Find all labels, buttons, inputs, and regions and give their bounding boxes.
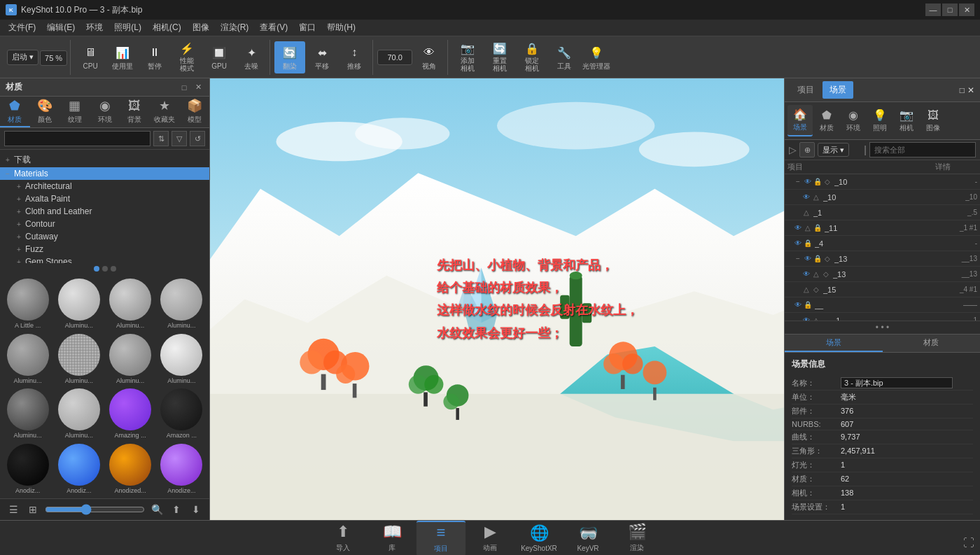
size-slider[interactable] [45, 504, 145, 515]
collapse-dots[interactable]: • • • [876, 323, 889, 332]
mat-item-12[interactable]: Anodiz... [3, 442, 52, 496]
maximize-button[interactable]: □ [942, 3, 958, 16]
close-button[interactable]: ✕ [959, 3, 974, 16]
menu-help[interactable]: 帮助(H) [321, 20, 361, 35]
pause-btn[interactable]: ⏸ 暂停 [139, 41, 170, 73]
tab-material[interactable]: ⬟ 材质 [0, 97, 30, 127]
dot-1[interactable] [94, 266, 99, 272]
mat-item-0[interactable]: A Little ... [3, 277, 52, 331]
scene-icon-tab-env[interactable]: ◉ 环境 [841, 105, 866, 136]
scene-icon-tab-camera[interactable]: 📷 相机 [894, 105, 919, 136]
search-filter-btn[interactable]: ▽ [172, 131, 187, 146]
display-dropdown[interactable]: 显示 ▾ [818, 143, 849, 157]
mat-item-4[interactable]: Aluminu... [3, 332, 52, 386]
scene-tab[interactable]: 场景 [822, 81, 853, 99]
view-btn[interactable]: 👁 视角 [414, 41, 444, 73]
zoom-dropdown[interactable]: 75 % [40, 50, 67, 66]
tree-item-architectural[interactable]: + Architectural [0, 180, 209, 192]
scene-icon-tab-scene[interactable]: 🏠 场景 [788, 105, 813, 136]
tree-item-materials[interactable]: − Materials [0, 167, 209, 180]
scene-icon-tab-image[interactable]: 🖼 图像 [920, 105, 946, 136]
search-sort-btn[interactable]: ⇅ [153, 131, 169, 146]
scene-row-5[interactable]: − 👁 🔒 ◇ _13 __13 [785, 251, 980, 267]
dot-3[interactable] [111, 266, 116, 272]
scene-row-9[interactable]: 👁 △ ___1 ___1 [785, 313, 980, 321]
mat-item-11[interactable]: Amazon ... [157, 387, 206, 441]
tree-item-cutaway[interactable]: + Cutaway [0, 230, 209, 243]
reset-cam-btn[interactable]: 🔄 重置相机 [484, 41, 515, 73]
menu-camera[interactable]: 相机(C) [147, 20, 187, 35]
panel-download-btn[interactable]: ⬇ [188, 502, 204, 517]
menu-edit[interactable]: 编辑(E) [41, 20, 80, 35]
scene-row-4[interactable]: 👁 🔒 _4 - [785, 236, 980, 251]
tab-environment[interactable]: ◉ 环境 [90, 97, 120, 127]
bottom-btn-import[interactable]: ⬆ 导入 [318, 521, 368, 556]
menu-view[interactable]: 查看(V) [254, 20, 293, 35]
tab-color[interactable]: 🎨 颜色 [30, 97, 60, 127]
tree-item-download[interactable]: + 下载 [0, 153, 209, 167]
search-refresh-btn[interactable]: ↺ [190, 131, 205, 146]
scene-filter-btn[interactable]: ⊕ [799, 142, 815, 157]
cpu-btn[interactable]: 🖥 CPU [75, 41, 106, 73]
menu-render[interactable]: 渲染(R) [215, 20, 255, 35]
scene-row-1[interactable]: 👁 △ _10 _10 [785, 190, 980, 205]
mat-item-10[interactable]: Amazing ... [106, 387, 155, 441]
mat-item-8[interactable]: Aluminu... [3, 387, 52, 441]
minimize-button[interactable]: — [925, 3, 941, 16]
right-float-btn[interactable]: □ [960, 85, 965, 95]
panel-close-btn[interactable]: ✕ [192, 82, 204, 93]
mat-item-14[interactable]: Anodized... [106, 442, 155, 496]
scene-row-0[interactable]: − 👁 🔒 ◇ _10 - [785, 174, 980, 190]
bottom-btn-render[interactable]: 🎬 渲染 [612, 521, 662, 556]
tree-item-axalta[interactable]: + Axalta Paint [0, 192, 209, 205]
panel-list-view-btn[interactable]: ☰ [6, 502, 21, 517]
scene-expand-btn[interactable]: ▷ [789, 144, 797, 155]
bottom-btn-keyvr[interactable]: 🥽 KeyVR [564, 521, 612, 556]
panel-grid-view-btn[interactable]: ⊞ [25, 502, 41, 517]
tree-item-cloth[interactable]: + Cloth and Leather [0, 205, 209, 218]
render-btn[interactable]: 🔄 翻染 [274, 41, 305, 73]
tree-item-contour[interactable]: + Contour [0, 218, 209, 230]
scene-row-2[interactable]: △ _1 _.5 [785, 205, 980, 220]
light-mgr-btn[interactable]: 💡 光管理器 [581, 41, 612, 73]
mat-item-13[interactable]: Anodiz... [54, 442, 104, 496]
scene-name-input[interactable] [841, 377, 953, 388]
bottom-btn-animation[interactable]: ▶ 动画 [465, 521, 514, 556]
start-dropdown[interactable]: 启动 ▾ [7, 50, 38, 65]
menu-image[interactable]: 图像 [187, 20, 215, 35]
panel-upload-btn[interactable]: ⬆ [169, 502, 184, 517]
mat-item-15[interactable]: Anodize... [157, 442, 206, 496]
menu-window[interactable]: 窗口 [293, 20, 321, 35]
mat-item-5[interactable]: Aluminu... [54, 332, 104, 386]
tree-item-gemstones[interactable]: + Gem Stones [0, 255, 209, 263]
scene-row-7[interactable]: △ ◇ _15 _4 #1 [785, 282, 980, 297]
viewport[interactable]: 先把山、小植物、背景和产品， 给个基础的材质效果， 这样做水纹的时候会反射在水纹… [210, 78, 784, 520]
scene-icon-tab-material[interactable]: ⬟ 材质 [814, 105, 839, 136]
add-cam-btn[interactable]: 📷 添加相机 [452, 41, 483, 73]
fullscreen-btn[interactable]: ⛶ [963, 537, 974, 549]
denoise-btn[interactable]: ✦ 去噪 [236, 41, 267, 73]
panel-float-btn[interactable]: □ [178, 82, 190, 93]
gpu-btn[interactable]: 🔲 GPU [204, 41, 234, 73]
mat-item-1[interactable]: Aluminu... [54, 277, 104, 331]
nudge-btn[interactable]: ↕ 推移 [339, 41, 370, 73]
mat-item-7[interactable]: Aluminu... [157, 332, 206, 386]
dot-2[interactable] [102, 266, 108, 272]
scene-row-6[interactable]: 👁 △ ◇ _13 __13 [785, 267, 980, 282]
menu-file[interactable]: 文件(F) [3, 20, 41, 35]
scene-search-input[interactable] [869, 142, 976, 157]
bottom-btn-project[interactable]: ≡ 项目 [416, 521, 465, 556]
project-tab[interactable]: 项目 [790, 81, 821, 99]
search-input[interactable] [4, 131, 150, 146]
perf-mode-btn[interactable]: ⚡ 性能模式 [172, 41, 202, 73]
panel-search-btn[interactable]: 🔍 [149, 502, 164, 517]
bottom-btn-ksxr[interactable]: 🌐 KeyShotXR [514, 521, 564, 556]
tab-favorites[interactable]: ★ 收藏夹 [150, 97, 180, 127]
move-btn[interactable]: ⬌ 平移 [307, 41, 337, 73]
lock-cam-btn[interactable]: 🔒 锁定相机 [517, 41, 547, 73]
tools-btn[interactable]: 🔧 工具 [549, 41, 580, 73]
right-close-btn[interactable]: ✕ [967, 85, 974, 95]
mat-item-2[interactable]: Aluminu... [106, 277, 155, 331]
tab-texture[interactable]: ▦ 纹理 [59, 97, 90, 127]
mat-item-9[interactable]: Aluminu... [54, 387, 104, 441]
